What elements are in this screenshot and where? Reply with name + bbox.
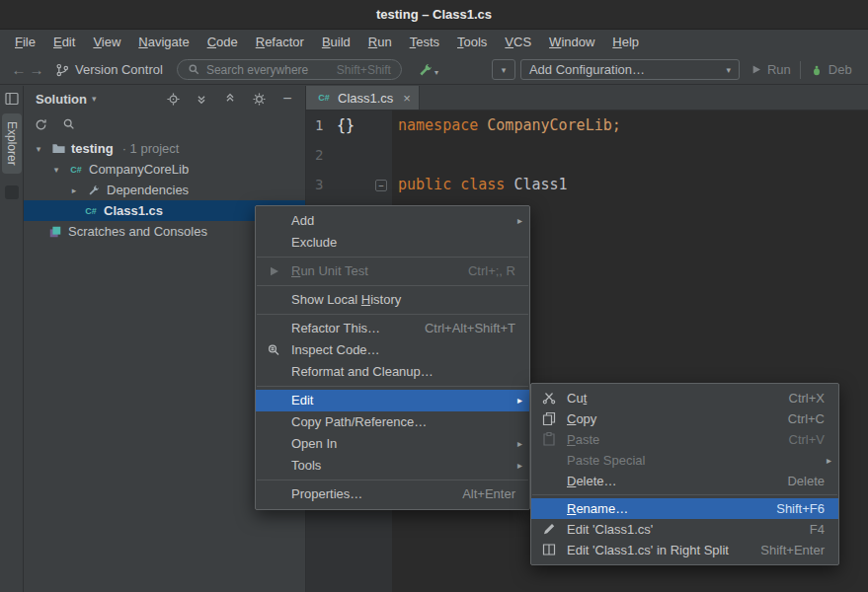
menu-item-edit-file-right-split[interactable]: Edit 'Class1.cs' in Right Split Shift+En… <box>531 540 838 560</box>
menu-separator <box>257 314 528 315</box>
menu-item-copy[interactable]: Copy Ctrl+C <box>531 408 838 429</box>
panel-secondary-toolbar <box>24 111 305 137</box>
tool-window-layout-icon[interactable] <box>4 91 20 107</box>
tab-class1[interactable]: C# Class1.cs × <box>306 86 420 110</box>
settings-button[interactable] <box>251 91 267 107</box>
collapse-all-button[interactable] <box>222 91 238 107</box>
menu-item-inspect-code[interactable]: Inspect Code… <box>256 339 529 361</box>
menu-bar: File Edit View Navigate Code Refactor Bu… <box>0 30 868 55</box>
csharp-project-icon: C# <box>68 162 84 178</box>
menu-item-rename[interactable]: Rename… Shift+F6 <box>531 498 838 519</box>
menu-edit[interactable]: Edit <box>44 30 84 55</box>
menu-separator <box>257 257 528 258</box>
gear-icon <box>252 92 267 107</box>
keyword-token: public class <box>398 176 505 193</box>
toolbar-divider <box>800 61 801 79</box>
submenu-arrow-icon: ▸ <box>827 450 831 471</box>
target-icon <box>166 92 181 107</box>
menu-build[interactable]: Build <box>313 30 359 55</box>
menu-vcs[interactable]: VCS <box>496 30 540 55</box>
chevron-down-icon[interactable]: ▾ <box>32 144 45 154</box>
menu-item-cut[interactable]: Cut Ctrl+X <box>531 388 838 408</box>
menu-item-label: Exclude <box>291 235 337 250</box>
menu-item-label: Copy Path/Reference… <box>291 414 427 429</box>
tree-item-dependencies[interactable]: ▸ Dependencies <box>24 180 305 200</box>
menu-item-add[interactable]: Add ▸ <box>256 210 529 232</box>
chevron-down-icon: ▾ <box>726 65 731 75</box>
menu-item-tools[interactable]: Tools ▸ <box>256 455 529 477</box>
tree-item-solution[interactable]: ▾ testing · 1 project <box>24 138 305 159</box>
edit-submenu: Cut Ctrl+X Copy Ctrl+C Paste Ctrl+V Past… <box>530 383 839 565</box>
menu-run[interactable]: Run <box>359 30 401 55</box>
code-line-1: namespace CompanyCoreLib; <box>398 111 868 140</box>
branch-icon <box>55 63 69 77</box>
locate-file-button[interactable] <box>165 91 181 107</box>
menu-item-exclude[interactable]: Exclude <box>256 232 529 254</box>
menu-item-label: Copy <box>567 411 596 426</box>
menu-item-reformat-and-cleanup[interactable]: Reformat and Cleanup… <box>256 361 529 383</box>
chevron-down-icon[interactable]: ▾ <box>49 165 63 175</box>
hide-panel-button[interactable]: − <box>279 91 295 107</box>
dependencies-label: Dependencies <box>107 183 189 197</box>
forward-button[interactable]: → <box>28 61 45 78</box>
submenu-arrow-icon: ▸ <box>517 210 522 232</box>
menu-item-edit[interactable]: Edit ▸ <box>256 390 529 411</box>
expand-all-button[interactable] <box>194 91 209 107</box>
main-toolbar: ← → Version Control Search everywhere Sh… <box>0 55 868 85</box>
version-control-widget[interactable]: Version Control <box>55 62 163 77</box>
menu-navigate[interactable]: Navigate <box>129 30 197 55</box>
menu-item-open-in[interactable]: Open In ▸ <box>256 433 529 455</box>
menu-item-label: Rename… <box>567 501 628 516</box>
chevron-right-icon[interactable]: ▸ <box>67 185 81 195</box>
tool-window-button[interactable] <box>5 185 19 199</box>
menu-item-refactor-this[interactable]: Refactor This… Ctrl+Alt+Shift+T <box>256 318 529 339</box>
copy-icon <box>541 410 557 426</box>
menu-help[interactable]: Help <box>603 30 648 55</box>
menu-item-label: Open In <box>291 436 337 451</box>
menu-item-properties[interactable]: Properties… Alt+Enter <box>256 483 529 505</box>
menu-tests[interactable]: Tests <box>401 30 448 55</box>
line-number: 3 <box>315 170 323 199</box>
setup-environment-button[interactable]: ▾ <box>418 62 438 78</box>
version-control-label: Version Control <box>75 62 163 77</box>
tree-item-project[interactable]: ▾ C# CompanyCoreLib <box>24 159 305 180</box>
line-number: 1 <box>315 111 323 140</box>
title-bar: testing – Class1.cs <box>0 0 868 30</box>
add-configuration-select[interactable]: Add Configuration… ▾ <box>520 59 740 80</box>
menu-item-label: Delete… <box>567 474 617 488</box>
menu-item-label: Add <box>291 213 314 228</box>
project-count: · 1 project <box>122 141 180 156</box>
menu-shortcut: Ctrl+X <box>789 388 825 408</box>
close-icon[interactable]: × <box>403 91 411 106</box>
run-widget-chevron[interactable]: ▾ <box>492 59 515 80</box>
cut-icon <box>541 390 557 406</box>
wrench-icon <box>418 62 434 78</box>
menu-item-show-local-history[interactable]: Show Local History <box>256 289 529 311</box>
menu-file[interactable]: File <box>6 30 44 55</box>
back-button[interactable]: ← <box>10 61 28 78</box>
explorer-tool-button[interactable]: Explorer <box>2 113 22 174</box>
menu-item-copy-path-reference[interactable]: Copy Path/Reference… <box>256 411 529 433</box>
fold-marker[interactable]: − <box>375 180 387 191</box>
code-line-2 <box>398 140 868 170</box>
menu-tools[interactable]: Tools <box>448 30 496 55</box>
menu-item-label: Properties… <box>291 486 362 501</box>
search-icon[interactable] <box>62 117 76 131</box>
menu-shortcut: Ctrl+Alt+Shift+T <box>425 318 515 339</box>
add-configuration-label: Add Configuration… <box>529 62 726 77</box>
debug-button: Deb <box>810 62 852 77</box>
menu-separator <box>257 480 528 481</box>
menu-code[interactable]: Code <box>198 30 247 55</box>
solution-view-selector[interactable]: Solution <box>36 92 87 107</box>
window-title: testing – Class1.cs <box>376 7 492 22</box>
menu-refactor[interactable]: Refactor <box>247 30 313 55</box>
menu-item-edit-file[interactable]: Edit 'Class1.cs' F4 <box>531 519 838 540</box>
menu-item-delete[interactable]: Delete… Delete <box>531 471 838 491</box>
sync-icon[interactable] <box>34 117 48 132</box>
menu-window[interactable]: Window <box>540 30 603 55</box>
menu-item-label: Edit 'Class1.cs' <box>567 522 653 537</box>
menu-shortcut: Delete <box>787 471 825 491</box>
menu-separator <box>257 285 528 286</box>
search-everywhere[interactable]: Search everywhere Shift+Shift <box>177 59 402 80</box>
menu-view[interactable]: View <box>84 30 129 55</box>
